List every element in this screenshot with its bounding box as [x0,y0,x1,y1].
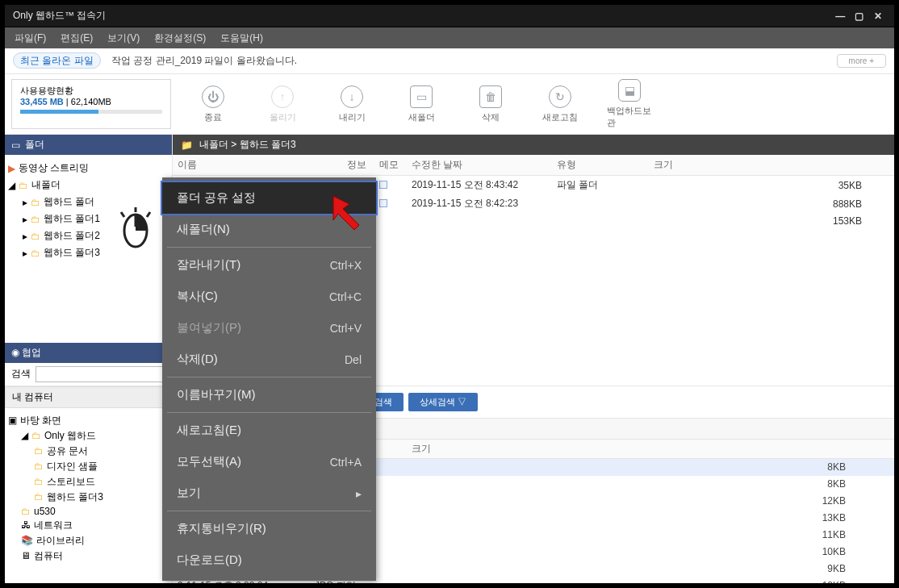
local-onlyweb[interactable]: ◢ 🗀Only 웹하드 [21,428,169,444]
ctx-rename[interactable]: 이름바꾸기(M) [162,379,376,411]
usage-used: 33,455 MB [20,97,64,106]
folder-icon: 🗀 [31,248,40,259]
col-name[interactable]: 이름 [173,155,342,176]
usage-box: 사용용량현황 33,455 MB | 62,140MB [11,79,171,129]
folder-icon: 🗀 [19,180,28,191]
toolbar-backup[interactable]: ⬓백업하드보관 [607,79,652,129]
recent-bar: 최근 올라온 파일 작업 공정 관리_2019 파일이 올라왔습니다. more… [5,48,894,74]
mouse-right-click-icon [111,202,160,251]
svg-line-3 [147,212,150,217]
power-icon: ⏻ [202,85,224,108]
context-menu: 폴더 공유 설정 새폴더(N) 잘라내기(T)Ctrl+X 복사(C)Ctrl+… [162,177,376,581]
ctx-delete[interactable]: 삭제(D)Del [162,344,376,375]
ctx-select-all[interactable]: 모두선택(A)Ctrl+A [162,446,376,477]
titlebar: Only 웹하드™ 접속기 — ▢ ✕ [5,5,894,27]
ctx-paste[interactable]: 불여넣기(P)Ctrl+V [162,312,376,344]
folder-icon: 🗀 [31,214,40,225]
menu-help[interactable]: 도움말(H) [220,31,263,45]
local-desktop[interactable]: ▣ 바탕 화면 [8,413,169,428]
maximize-button[interactable]: ▢ [851,10,868,22]
toolbar-newfolder[interactable]: ▭새폴더 [399,85,444,123]
memo-icon[interactable] [379,181,387,189]
local-network[interactable]: 🖧 네트워크 [21,518,169,533]
menu-view[interactable]: 보기(V) [107,31,140,45]
tree-streaming[interactable]: ▶동영상 스트리밍 [8,160,169,177]
col-info[interactable]: 정보 [342,155,374,176]
local-tree: ▣ 바탕 화면 ◢ 🗀Only 웹하드 🗀공유 문서 🗀디자인 샘플 🗀스토리보… [5,408,172,589]
svg-marker-5 [333,196,359,230]
usage-bar [20,110,162,114]
local-web3[interactable]: 🗀웹하드 폴더3 [34,490,169,505]
memo-icon[interactable] [379,199,387,207]
refresh-icon: ↻ [549,85,571,108]
toolbar: ⏻종료 ↑올리기 ↓내리기 ▭새폴더 🗑삭제 ↻새로고침 ⬓백업하드보관 [178,74,894,134]
toolbar-exit[interactable]: ⏻종료 [190,85,236,123]
ctx-copy[interactable]: 복사(C)Ctrl+C [162,281,376,312]
window-buttons: — ▢ ✕ [832,10,886,22]
remote-breadcrumb: 📁 내폴더 > 웹하드 폴더3 [173,135,894,155]
menu-edit[interactable]: 편집(E) [61,31,93,45]
close-button[interactable]: ✕ [870,10,886,22]
toolbar-download[interactable]: ↓내리기 [329,85,374,123]
trash-icon: 🗑 [479,85,502,108]
remote-search-input[interactable] [36,366,165,382]
toolbar-delete[interactable]: 🗑삭제 [468,85,513,123]
usage-label: 사용용량현황 [20,85,162,97]
col-memo[interactable]: 메모 [374,155,407,176]
ctx-view[interactable]: 보기▸ [162,477,376,509]
local-u530[interactable]: 🗀u530 [21,505,169,518]
app-title: Only 웹하드™ 접속기 [13,9,106,23]
download-icon: ↓ [341,85,363,108]
menubar: 파일(F) 편집(E) 보기(V) 환경설정(S) 도움말(H) [5,27,894,48]
minimize-button[interactable]: — [832,10,848,22]
upload-icon: ↑ [271,85,294,108]
local-panel-header: 내 컴퓨터 [5,386,172,408]
tree-myfolder[interactable]: ◢ 🗀내폴더 [8,177,169,194]
search-advanced-button[interactable]: 상세검색 ▽ [408,393,478,411]
collab-panel-header: ◉ 협업 [5,343,172,363]
recent-message: 작업 공정 관리_2019 파일이 올라왔습니다. [111,55,297,66]
col-size[interactable]: 크기 [649,155,894,176]
folder-icon: ▭ [410,85,433,108]
svg-line-2 [121,212,124,217]
local-library[interactable]: 📚 라이브러리 [21,533,169,548]
menu-settings[interactable]: 환경설정(S) [154,31,206,45]
local-story[interactable]: 🗀스토리보드 [34,474,169,490]
folder-icon: 🗀 [31,231,40,242]
recent-tag[interactable]: 최근 올라온 파일 [13,52,101,69]
usage-total: 62,140MB [71,97,111,106]
more-button[interactable]: more + [837,54,886,68]
disk-icon: ⬓ [618,79,641,102]
ctx-download[interactable]: 다운로드(D) [162,544,376,576]
red-arrow-icon [332,194,372,235]
ctx-empty-trash[interactable]: 휴지통비우기(R) [162,513,376,544]
lcol-size[interactable]: 크기 [407,440,894,459]
menu-file[interactable]: 파일(F) [15,31,46,45]
ctx-cut[interactable]: 잘라내기(T)Ctrl+X [162,249,376,281]
toolbar-refresh[interactable]: ↻새로고침 [537,85,583,123]
remote-search-row: 검색 [5,363,172,386]
video-icon: ▶ [8,163,15,174]
col-type[interactable]: 유형 [552,155,649,176]
folder-icon: 🗀 [31,197,40,208]
ctx-refresh[interactable]: 새로고침(E) [162,415,376,446]
col-date[interactable]: 수정한 날짜 [407,155,552,176]
local-computer[interactable]: 🖥 컴퓨터 [21,548,169,564]
folder-panel-header: ▭ 폴더 [5,135,172,155]
local-design[interactable]: 🗀디자인 샘플 [34,459,169,474]
search-label: 검색 [11,367,31,381]
toolbar-upload[interactable]: ↑올리기 [260,85,305,123]
local-share[interactable]: 🗀공유 문서 [34,444,169,459]
